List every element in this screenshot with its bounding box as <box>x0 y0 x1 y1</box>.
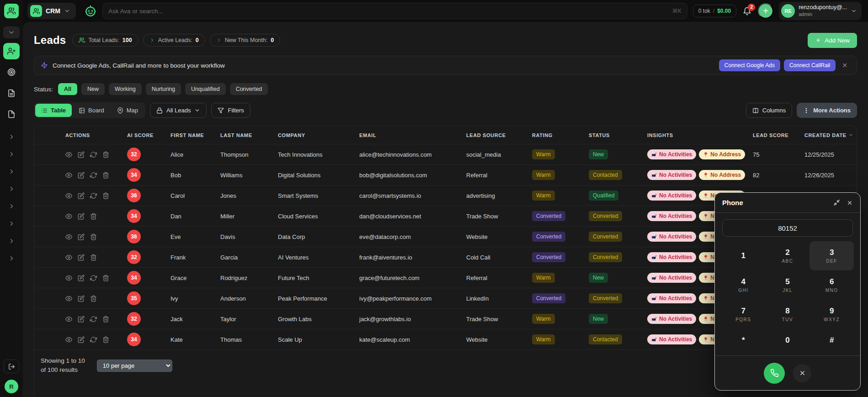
ava-robot-icon[interactable] <box>84 5 97 17</box>
sidebar-item-collapsed[interactable] <box>8 255 15 262</box>
column-header-status[interactable]: STATUS <box>589 132 647 138</box>
column-header-actions[interactable]: ACTIONS <box>65 132 127 138</box>
sidebar-avatar[interactable]: R <box>5 380 18 393</box>
search-input[interactable] <box>108 8 672 15</box>
edit-action-icon[interactable] <box>78 336 85 343</box>
delete-action-icon[interactable] <box>102 275 109 281</box>
filters-button[interactable]: Filters <box>211 103 250 118</box>
column-header-insights[interactable]: INSIGHTS <box>647 132 753 138</box>
minimize-icon[interactable] <box>833 199 840 206</box>
view-action-icon[interactable] <box>65 336 72 343</box>
workspace-switcher[interactable]: CRM <box>27 3 76 19</box>
leads-scope-dropdown[interactable]: All Leads <box>150 103 207 118</box>
sidebar-collapse-button[interactable] <box>3 26 20 38</box>
dialpad-key-3[interactable]: 3DEF <box>809 241 854 270</box>
convert-action-icon[interactable] <box>90 172 97 179</box>
edit-action-icon[interactable] <box>78 233 85 240</box>
dialpad-key-#[interactable]: # <box>809 329 854 352</box>
delete-action-icon[interactable] <box>102 316 109 323</box>
dialpad-key-9[interactable]: 9WXYZ <box>809 300 854 329</box>
edit-action-icon[interactable] <box>78 295 85 302</box>
banner-close-button[interactable]: ✕ <box>839 61 850 70</box>
notifications-button[interactable]: 2 <box>743 7 751 16</box>
close-icon[interactable] <box>847 200 853 206</box>
status-pill-working[interactable]: Working <box>109 83 142 95</box>
view-action-icon[interactable] <box>65 172 72 179</box>
column-header-company[interactable]: COMPANY <box>278 132 359 138</box>
connect-callrail-button[interactable]: Connect CallRail <box>784 59 836 71</box>
sidebar-item-collapsed[interactable] <box>8 133 15 140</box>
cancel-call-button[interactable] <box>793 364 811 382</box>
view-action-icon[interactable] <box>65 275 72 281</box>
view-action-icon[interactable] <box>65 192 72 199</box>
dialpad-key-7[interactable]: 7PQRS <box>721 300 766 329</box>
dialed-number-input[interactable] <box>722 219 853 237</box>
logout-button[interactable] <box>4 360 19 373</box>
edit-action-icon[interactable] <box>78 192 85 199</box>
status-pill-all[interactable]: All <box>58 83 77 95</box>
stat-badge[interactable]: Active Leads:0 <box>143 34 205 47</box>
edit-action-icon[interactable] <box>78 254 85 261</box>
convert-action-icon[interactable] <box>90 275 97 281</box>
delete-action-icon[interactable] <box>102 336 109 343</box>
view-action-icon[interactable] <box>65 151 72 158</box>
delete-action-icon[interactable] <box>102 151 109 158</box>
sidebar-item-collapsed[interactable] <box>8 185 15 192</box>
convert-action-icon[interactable] <box>90 151 97 158</box>
stat-badge[interactable]: Total Leads:100 <box>72 34 138 47</box>
sidebar-item-collapsed[interactable] <box>8 168 15 175</box>
call-button[interactable] <box>764 363 785 384</box>
status-pill-unqualified[interactable]: Unqualified <box>185 83 226 95</box>
stat-badge[interactable]: New This Month:0 <box>210 34 281 47</box>
user-menu[interactable]: RE renzodupontuy@... admin <box>779 2 862 20</box>
page-size-select[interactable]: 10 per page <box>97 360 172 372</box>
view-action-icon[interactable] <box>65 254 72 261</box>
dialpad-key-*[interactable]: * <box>721 329 766 352</box>
view-action-icon[interactable] <box>65 295 72 302</box>
column-header-rating[interactable]: RATING <box>532 132 589 138</box>
status-pill-nurturing[interactable]: Nurturing <box>146 83 181 95</box>
dialpad-key-8[interactable]: 8TUV <box>766 300 810 329</box>
sidebar-item-targets[interactable] <box>3 64 20 80</box>
dialpad-key-0[interactable]: 0 <box>766 329 810 352</box>
column-header-created-date[interactable]: CREATED DATE <box>804 132 857 138</box>
view-table-button[interactable]: Table <box>35 104 72 117</box>
app-logo-icon[interactable] <box>4 4 19 18</box>
delete-action-icon[interactable] <box>90 213 97 220</box>
dialpad-key-4[interactable]: 4GHI <box>721 270 766 300</box>
quick-add-button[interactable]: + <box>758 3 773 19</box>
sidebar-item-documents[interactable] <box>3 106 20 122</box>
delete-action-icon[interactable] <box>102 192 109 199</box>
more-actions-button[interactable]: More Actions <box>797 103 857 118</box>
column-header-last-name[interactable]: LAST NAME <box>220 132 278 138</box>
column-header-ai-score[interactable]: AI SCORE <box>127 132 170 138</box>
delete-action-icon[interactable] <box>90 233 97 240</box>
convert-action-icon[interactable] <box>90 192 97 199</box>
sidebar-item-collapsed[interactable] <box>8 151 15 158</box>
convert-action-icon[interactable] <box>90 316 97 323</box>
status-pill-converted[interactable]: Converted <box>230 83 268 95</box>
column-header-first-name[interactable]: FIRST NAME <box>170 132 220 138</box>
delete-action-icon[interactable] <box>102 172 109 179</box>
connect-google-ads-button[interactable]: Connect Google Ads <box>719 59 780 71</box>
column-header-lead-source[interactable]: LEAD SOURCE <box>466 132 532 138</box>
delete-action-icon[interactable] <box>90 295 97 302</box>
dialpad-key-1[interactable]: 1 <box>721 241 766 270</box>
edit-action-icon[interactable] <box>78 316 85 323</box>
sidebar-item-collapsed[interactable] <box>8 220 15 227</box>
convert-action-icon[interactable] <box>90 336 97 343</box>
columns-button[interactable]: Columns <box>746 103 792 118</box>
sidebar-item-collapsed[interactable] <box>8 203 15 210</box>
delete-action-icon[interactable] <box>90 254 97 261</box>
sidebar-item-notes[interactable] <box>3 85 20 101</box>
view-action-icon[interactable] <box>65 213 72 220</box>
edit-action-icon[interactable] <box>78 213 85 220</box>
dialpad-key-2[interactable]: 2ABC <box>766 241 810 270</box>
view-action-icon[interactable] <box>65 316 72 323</box>
add-new-button[interactable]: Add New <box>808 33 857 48</box>
edit-action-icon[interactable] <box>78 151 85 158</box>
sidebar-item-collapsed[interactable] <box>8 238 15 244</box>
view-action-icon[interactable] <box>65 233 72 240</box>
dialpad-key-5[interactable]: 5JKL <box>766 270 810 300</box>
token-balance[interactable]: 0 tok/$0.00 <box>693 5 736 17</box>
